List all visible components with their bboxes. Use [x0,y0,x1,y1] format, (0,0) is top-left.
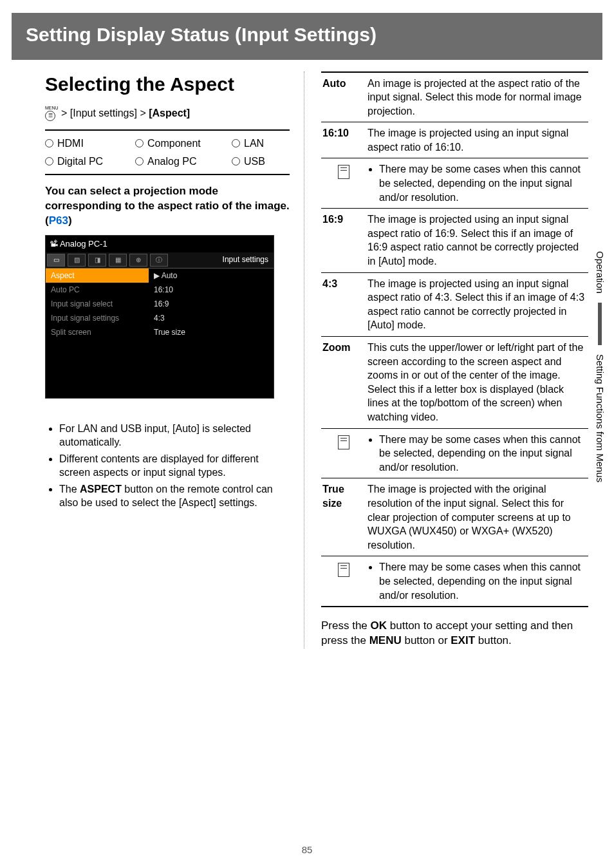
osd-right-item: True size [149,325,274,339]
note-text: There may be some cases when this cannot… [366,158,588,208]
radio-icon [45,157,53,165]
page-header: Setting Display Status (Input Settings) [12,13,602,60]
radio-icon [45,139,53,147]
osd-right-item: ▶ Auto [149,269,274,283]
radio-icon [232,157,240,165]
osd-left-list: Aspect Auto PC Input signal select Input… [46,269,149,340]
osd-tab: ▨ [68,254,86,267]
radio-icon [135,139,144,147]
osd-tabs: ▭ ▨ ◨ ▦ ⊕ ⓘ Input settings [46,252,274,269]
table-row: 16:10 The image is projected using an in… [321,122,588,158]
section-title: Selecting the Aspect [45,71,290,98]
left-column: Selecting the Aspect MENU ☰ > [Input set… [45,71,290,648]
right-column: Auto An image is projected at the aspect… [304,71,588,648]
side-tab: Operation Setting Functions from Menus [593,251,606,482]
content-columns: Selecting the Aspect MENU ☰ > [Input set… [0,71,614,648]
table-row: True size The image is projected with th… [321,478,588,556]
table-row: Zoom This cuts the upper/lower or left/r… [321,337,588,429]
input-lan: LAN [232,135,290,153]
osd-right-list: ▶ Auto 16:10 16:9 4:3 True size [149,269,274,340]
list-item: For LAN and USB input, [Auto] is selecte… [59,422,290,449]
osd-left-item: Aspect [46,269,149,283]
notes-list: For LAN and USB input, [Auto] is selecte… [45,422,290,511]
option-desc: The image is projected using an input si… [366,209,588,272]
osd-body: Aspect Auto PC Input signal select Input… [46,269,274,340]
osd-left-item: Input signal settings [46,311,149,325]
osd-right-item: 16:9 [149,297,274,311]
osd-tabs-label: Input settings [223,254,274,265]
osd-tab: ▦ [109,254,127,267]
note-row: There may be some cases when this cannot… [321,158,588,209]
page-link[interactable]: P63 [49,214,68,227]
osd-tab: ▭ [47,254,65,267]
menu-icon: ☰ [45,111,55,121]
option-label: Zoom [321,337,366,428]
note-icon [338,435,349,449]
radio-icon [232,139,240,147]
option-label: 4:3 [321,273,366,336]
option-label: True size [321,478,366,556]
osd-left-item: Auto PC [46,283,149,297]
note-icon-cell [321,158,366,185]
input-digital-pc: Digital PC [45,153,135,171]
input-analog-pc: Analog PC [135,153,232,171]
note-icon [338,563,349,577]
input-usb: USB [232,153,290,171]
page-header-title: Setting Display Status (Input Settings) [26,24,377,45]
side-tab-label-2: Setting Functions from Menus [593,354,606,482]
option-label: Auto [321,73,366,122]
option-desc: This cuts the upper/lower or left/right … [366,337,588,428]
option-desc: The image is projected with the original… [366,478,588,556]
page-number: 85 [0,844,614,856]
breadcrumb-path: > [Input settings] > [61,108,149,118]
option-label: 16:9 [321,209,366,272]
input-hdmi: HDMI [45,135,135,153]
option-desc: The image is projected using an input si… [366,122,588,158]
input-row-2: Digital PC Analog PC USB [45,153,290,171]
table-row: 16:9 The image is projected using an inp… [321,209,588,272]
options-table: Auto An image is projected at the aspect… [321,71,588,608]
breadcrumb-target: [Aspect] [149,108,190,118]
osd-tab: ⊕ [129,254,147,267]
table-row: Auto An image is projected at the aspect… [321,73,588,123]
option-desc: The image is projected using an input si… [366,273,588,336]
list-item: The ASPECT button on the remote control … [59,482,290,510]
note-text: There may be some cases when this cannot… [366,429,588,478]
option-label: 16:10 [321,122,366,158]
note-row: There may be some cases when this cannot… [321,429,588,479]
osd-left-item: Input signal select [46,297,149,311]
osd-tab: ◨ [88,254,106,267]
intro-text: You can select a projection mode corresp… [45,184,290,229]
side-tab-label-1: Operation [593,251,606,294]
option-desc: An image is projected at the aspect rati… [366,73,588,122]
osd-tab: ⓘ [150,254,168,267]
note-icon-cell [321,556,366,583]
note-row: There may be some cases when this cannot… [321,556,588,607]
input-row-1: HDMI Component LAN [45,135,290,153]
note-icon [338,165,349,179]
osd-screenshot: 📽 Analog PC-1 ▭ ▨ ◨ ▦ ⊕ ⓘ Input settings… [45,235,274,398]
radio-icon [135,157,144,165]
osd-spacer [46,340,274,398]
side-tab-bar [598,303,602,345]
note-icon-cell [321,429,366,456]
osd-right-item: 16:10 [149,283,274,297]
breadcrumb: MENU ☰ > [Input settings] > [Aspect] [45,105,290,123]
input-component: Component [135,135,232,153]
table-row: 4:3 The image is projected using an inpu… [321,273,588,337]
menu-label: MENU [45,105,59,111]
list-item: Different contents are displayed for dif… [59,452,290,480]
closing-text: Press the OK button to accept your setti… [321,619,588,648]
input-types-table: HDMI Component LAN Digital PC Analog PC … [45,129,290,175]
note-text: There may be some cases when this cannot… [366,556,588,606]
osd-right-item: 4:3 [149,311,274,325]
osd-title: 📽 Analog PC-1 [46,236,274,252]
osd-left-item: Split screen [46,325,149,339]
